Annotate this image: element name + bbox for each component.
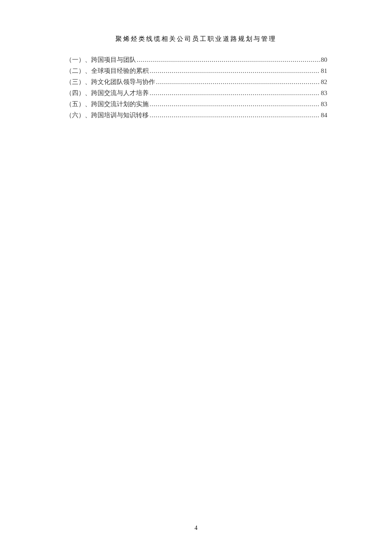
toc-leader-dots: [150, 65, 320, 76]
table-of-contents: （一）、跨国项目与团队 80 （二）、全球项目经验的累积 81 （三）、跨文化团…: [66, 54, 327, 121]
page-number-value: 4: [195, 525, 198, 531]
header-title: 聚烯烃类线缆相关公司员工职业道路规划与管理: [115, 35, 277, 42]
page-number: 4: [0, 525, 392, 532]
toc-entry-page: 84: [321, 110, 327, 121]
toc-entry-label: （三）、跨文化团队领导与协作: [66, 76, 155, 87]
toc-entry: （五）、跨国交流计划的实施 83: [66, 98, 327, 110]
toc-leader-dots: [156, 76, 320, 87]
toc-entry: （三）、跨文化团队领导与协作 82: [66, 76, 327, 87]
toc-entry-page: 83: [321, 87, 327, 98]
page-header: 聚烯烃类线缆相关公司员工职业道路规划与管理: [0, 35, 392, 43]
toc-entry-page: 81: [321, 65, 327, 76]
toc-entry: （六）、跨国培训与知识转移 84: [66, 110, 327, 121]
toc-entry-label: （二）、全球项目经验的累积: [66, 65, 149, 76]
toc-leader-dots: [150, 110, 320, 121]
toc-entry-label: （五）、跨国交流计划的实施: [66, 98, 149, 110]
toc-entry: （四）、跨国交流与人才培养 83: [66, 87, 327, 98]
toc-entry-label: （四）、跨国交流与人才培养: [66, 87, 149, 98]
document-page: 聚烯烃类线缆相关公司员工职业道路规划与管理 （一）、跨国项目与团队 80 （二）…: [0, 0, 392, 555]
toc-leader-dots: [150, 98, 320, 110]
toc-entry: （二）、全球项目经验的累积 81: [66, 65, 327, 76]
toc-leader-dots: [150, 87, 320, 98]
toc-entry-label: （一）、跨国项目与团队: [66, 54, 136, 65]
toc-entry: （一）、跨国项目与团队 80: [66, 54, 327, 65]
toc-leader-dots: [137, 54, 320, 65]
toc-entry-page: 80: [321, 54, 327, 65]
toc-entry-page: 83: [321, 98, 327, 110]
toc-entry-page: 82: [321, 76, 327, 87]
toc-entry-label: （六）、跨国培训与知识转移: [66, 110, 149, 121]
